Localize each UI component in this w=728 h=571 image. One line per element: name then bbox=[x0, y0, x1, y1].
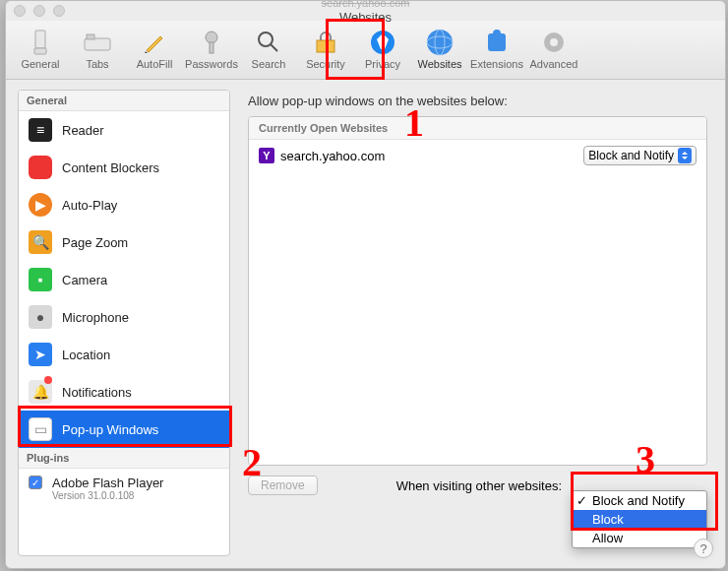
microphone-icon: ● bbox=[29, 305, 52, 329]
general-icon bbox=[29, 29, 52, 56]
svg-rect-2 bbox=[85, 38, 110, 50]
titlebar-url: search.yahoo.com bbox=[322, 0, 410, 10]
sidebar-section-general: General bbox=[19, 91, 229, 111]
tab-security[interactable]: Security bbox=[297, 23, 354, 79]
svg-point-14 bbox=[493, 30, 501, 37]
gear-icon bbox=[540, 29, 568, 56]
zoom-icon[interactable] bbox=[53, 5, 65, 17]
puzzle-icon bbox=[484, 30, 510, 55]
key-icon bbox=[201, 30, 222, 55]
tab-autofill[interactable]: AutoFill bbox=[126, 23, 183, 79]
privacy-icon bbox=[370, 30, 395, 55]
tab-extensions[interactable]: Extensions bbox=[468, 23, 525, 79]
row-setting-select[interactable]: Block and Notify bbox=[583, 146, 697, 165]
preferences-window: search.yahoo.com Websites General Tabs A… bbox=[5, 0, 726, 569]
sidebar-item-microphone[interactable]: ●Microphone bbox=[19, 298, 229, 336]
stop-icon bbox=[29, 156, 52, 179]
main-pane: Allow pop-up windows on the websites bel… bbox=[230, 78, 725, 568]
svg-line-7 bbox=[271, 44, 277, 51]
other-websites-label: When visiting other websites: bbox=[396, 478, 562, 493]
help-button[interactable]: ? bbox=[694, 539, 713, 558]
tab-passwords[interactable]: Passwords bbox=[183, 23, 240, 79]
close-icon[interactable] bbox=[14, 5, 26, 17]
sidebar-item-flash[interactable]: ✓ Adobe Flash Player Version 31.0.0.108 bbox=[19, 469, 229, 508]
windows-icon: ▭ bbox=[29, 417, 52, 441]
svg-rect-0 bbox=[35, 31, 45, 48]
sidebar-item-page-zoom[interactable]: 🔍Page Zoom bbox=[19, 223, 229, 261]
plugin-checkbox[interactable]: ✓ bbox=[29, 476, 42, 489]
sidebar-item-camera[interactable]: ▪Camera bbox=[19, 261, 229, 298]
window-title: Websites bbox=[322, 10, 410, 26]
sidebar-item-reader[interactable]: ≡Reader bbox=[19, 111, 229, 149]
camera-icon: ▪ bbox=[29, 268, 52, 291]
list-row[interactable]: Y search.yahoo.com Block and Notify bbox=[249, 140, 706, 171]
svg-rect-1 bbox=[34, 48, 46, 54]
titlebar: search.yahoo.com Websites bbox=[6, 1, 725, 21]
reader-icon: ≡ bbox=[29, 118, 52, 142]
other-websites-dropdown[interactable]: Block and Notify Block Allow bbox=[572, 490, 707, 548]
autofill-icon bbox=[143, 31, 166, 54]
tab-websites[interactable]: Websites bbox=[411, 23, 468, 79]
svg-rect-8 bbox=[317, 40, 334, 52]
list-header: Currently Open Websites bbox=[249, 117, 706, 140]
zoom-page-icon: 🔍 bbox=[29, 230, 52, 254]
sidebar-item-popup-windows[interactable]: ▭Pop-up Windows bbox=[19, 411, 229, 448]
tab-general[interactable]: General bbox=[12, 23, 69, 79]
sidebar-item-notifications[interactable]: 🔔Notifications bbox=[19, 373, 229, 411]
svg-point-16 bbox=[550, 38, 558, 46]
sidebar-item-auto-play[interactable]: ▶Auto-Play bbox=[19, 186, 229, 223]
instruction-text: Allow pop-up windows on the websites bel… bbox=[248, 94, 707, 108]
globe-icon bbox=[425, 28, 455, 57]
search-icon bbox=[256, 30, 281, 55]
tab-tabs[interactable]: Tabs bbox=[69, 23, 126, 79]
tab-advanced[interactable]: Advanced bbox=[525, 23, 582, 79]
sidebar-section-plugins: Plug-ins bbox=[19, 448, 229, 469]
dropdown-item-block[interactable]: Block bbox=[573, 510, 706, 529]
plugin-label: Adobe Flash Player bbox=[52, 476, 163, 490]
svg-rect-5 bbox=[210, 42, 213, 53]
tab-search[interactable]: Search bbox=[240, 23, 297, 79]
svg-point-4 bbox=[206, 32, 217, 43]
dropdown-item-block-notify[interactable]: Block and Notify bbox=[573, 491, 706, 510]
sidebar-item-content-blockers[interactable]: Content Blockers bbox=[19, 149, 229, 186]
sidebar-item-location[interactable]: ➤Location bbox=[19, 336, 229, 373]
location-icon: ➤ bbox=[29, 343, 52, 366]
sidebar: General ≡Reader Content Blockers ▶Auto-P… bbox=[18, 90, 230, 556]
lock-icon bbox=[313, 31, 338, 54]
dropdown-item-allow[interactable]: Allow bbox=[573, 529, 706, 547]
select-arrows-icon bbox=[678, 148, 692, 163]
website-list: Currently Open Websites Y search.yahoo.c… bbox=[248, 116, 707, 466]
svg-rect-3 bbox=[87, 34, 94, 39]
tabs-icon bbox=[84, 32, 111, 52]
play-icon: ▶ bbox=[29, 193, 52, 217]
yahoo-favicon: Y bbox=[259, 148, 274, 163]
svg-point-6 bbox=[259, 32, 273, 46]
svg-point-10 bbox=[427, 30, 453, 55]
traffic-lights[interactable] bbox=[14, 5, 65, 17]
toolbar: General Tabs AutoFill Passwords Search S… bbox=[6, 21, 725, 80]
plugin-version: Version 31.0.0.108 bbox=[52, 490, 163, 501]
notification-dot-icon bbox=[44, 376, 52, 384]
domain-text: search.yahoo.com bbox=[280, 149, 385, 163]
tab-privacy[interactable]: Privacy bbox=[354, 23, 411, 79]
minimize-icon[interactable] bbox=[33, 5, 45, 17]
remove-button[interactable]: Remove bbox=[248, 476, 318, 495]
